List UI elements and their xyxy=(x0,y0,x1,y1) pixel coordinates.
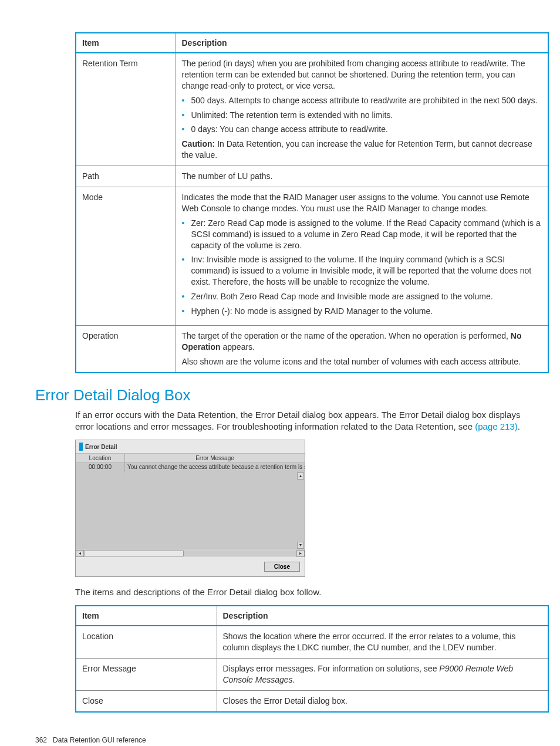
list-item: Zer: Zero Read Cap mode is assigned to t… xyxy=(182,218,542,251)
table-row: Close Closes the Error Detail dialog box… xyxy=(76,690,548,711)
table-row: Location Shows the location where the er… xyxy=(76,626,548,658)
cell-item: Mode xyxy=(76,187,176,326)
title-bar-icon xyxy=(79,443,83,451)
cell-desc: The number of LU paths. xyxy=(176,166,548,187)
scroll-right-icon[interactable]: ▸ xyxy=(296,550,305,557)
horizontal-scrollbar[interactable]: ◂ ▸ xyxy=(76,549,305,557)
bullet-list: 500 days. Attempts to change access attr… xyxy=(182,95,542,136)
table-row: Error Message Displays error messages. F… xyxy=(76,659,548,691)
scrollbar-track[interactable] xyxy=(84,551,296,556)
table-row: Path The number of LU paths. xyxy=(76,166,548,187)
intro-text-b: . xyxy=(518,421,520,431)
th-desc: Description xyxy=(217,606,548,626)
col-header-errmsg: Error Message xyxy=(125,454,305,463)
cell-item: Retention Term xyxy=(76,53,176,166)
cell-errmsg: You cannot change the access attribute b… xyxy=(125,463,305,472)
table-1: Item Description Retention Term The peri… xyxy=(75,32,549,373)
th-desc: Description xyxy=(176,33,548,53)
cell-desc: The target of the operation or the name … xyxy=(176,325,548,372)
desc-intro: Indicates the mode that the RAID Manager… xyxy=(182,192,542,214)
table-header-row: Item Description xyxy=(76,606,548,626)
cell-item: Location xyxy=(76,626,217,658)
table-row: Operation The target of the operation or… xyxy=(76,325,548,372)
cell-location: 00:00:00 xyxy=(76,463,125,472)
list-item: Hyphen (-): No mode is assigned by RAID … xyxy=(182,306,542,317)
caution-para: Caution: In Data Retention, you can incr… xyxy=(182,139,542,161)
page-number: 362 xyxy=(35,736,47,744)
th-item: Item xyxy=(76,606,217,626)
th-item: Item xyxy=(76,33,176,53)
table-row: Retention Term The period (in days) when… xyxy=(76,53,548,166)
caution-label: Caution: xyxy=(182,139,215,148)
cell-desc: Closes the Error Detail dialog box. xyxy=(217,690,548,711)
error-detail-dialog: Error Detail Location Error Message 00:0… xyxy=(75,440,305,577)
dialog-footer: Close xyxy=(76,557,305,576)
errmsg-d3: . xyxy=(293,675,295,684)
table-2: Item Description Location Shows the loca… xyxy=(75,605,549,712)
dialog-title-text: Error Detail xyxy=(85,444,117,450)
dialog-grid: Location Error Message 00:00:00 You cann… xyxy=(76,454,305,557)
intro-paragraph: If an error occurs with the Data Retenti… xyxy=(75,409,525,433)
op-p1a: The target of the operation or the name … xyxy=(182,331,511,340)
cell-item: Operation xyxy=(76,325,176,372)
cell-item: Close xyxy=(76,690,217,711)
op-p1c: appears. xyxy=(221,342,255,352)
intro-text-a: If an error occurs with the Data Retenti… xyxy=(75,410,520,431)
errmsg-d1: Displays error messages. For information… xyxy=(223,664,440,673)
bullet-list: Zer: Zero Read Cap mode is assigned to t… xyxy=(182,218,542,317)
dialog-titlebar: Error Detail xyxy=(76,440,305,454)
table-header-row: Item Description xyxy=(76,33,548,53)
scroll-left-icon[interactable]: ◂ xyxy=(76,550,84,557)
list-item: 500 days. Attempts to change access attr… xyxy=(182,95,542,106)
col-header-location: Location xyxy=(76,454,125,463)
list-item: Inv: Invisible mode is assigned to the v… xyxy=(182,254,542,288)
cell-item: Error Message xyxy=(76,659,217,691)
scroll-up-icon[interactable]: ▴ xyxy=(297,472,304,480)
close-button[interactable]: Close xyxy=(264,562,300,572)
list-item: Unlimited: The retention term is extende… xyxy=(182,110,542,121)
op-p1: The target of the operation or the name … xyxy=(182,330,542,353)
scroll-down-icon[interactable]: ▾ xyxy=(297,542,304,549)
list-item: 0 days: You can change access attribute … xyxy=(182,124,542,135)
footer-title: Data Retention GUI reference xyxy=(53,736,146,744)
cell-desc: Displays error messages. For information… xyxy=(217,659,548,691)
table-row: Mode Indicates the mode that the RAID Ma… xyxy=(76,187,548,326)
section-heading: Error Detail Dialog Box xyxy=(35,386,525,404)
dialog-column-headers: Location Error Message xyxy=(76,454,305,463)
cell-desc: Shows the location where the error occur… xyxy=(217,626,548,658)
desc-intro: The period (in days) when you are prohib… xyxy=(182,58,542,92)
cell-desc: Indicates the mode that the RAID Manager… xyxy=(176,187,548,326)
dialog-data-row[interactable]: 00:00:00 You cannot change the access at… xyxy=(76,463,305,472)
mid-paragraph: The items and descriptions of the Error … xyxy=(75,586,525,598)
caution-text: In Data Retention, you can increase the … xyxy=(182,139,532,160)
page-link[interactable]: (page 213) xyxy=(475,421,518,431)
scrollbar-thumb[interactable] xyxy=(84,551,184,556)
cell-item: Path xyxy=(76,166,176,187)
op-p2: Also shown are the volume icons and the … xyxy=(182,356,542,367)
page-footer: 362 Data Retention GUI reference xyxy=(35,736,525,744)
list-item: Zer/Inv. Both Zero Read Cap mode and Inv… xyxy=(182,291,542,302)
cell-desc: The period (in days) when you are prohib… xyxy=(176,53,548,166)
dialog-empty-area: ▴ ▾ xyxy=(76,472,305,549)
error-detail-dialog-screenshot: Error Detail Location Error Message 00:0… xyxy=(75,440,525,577)
